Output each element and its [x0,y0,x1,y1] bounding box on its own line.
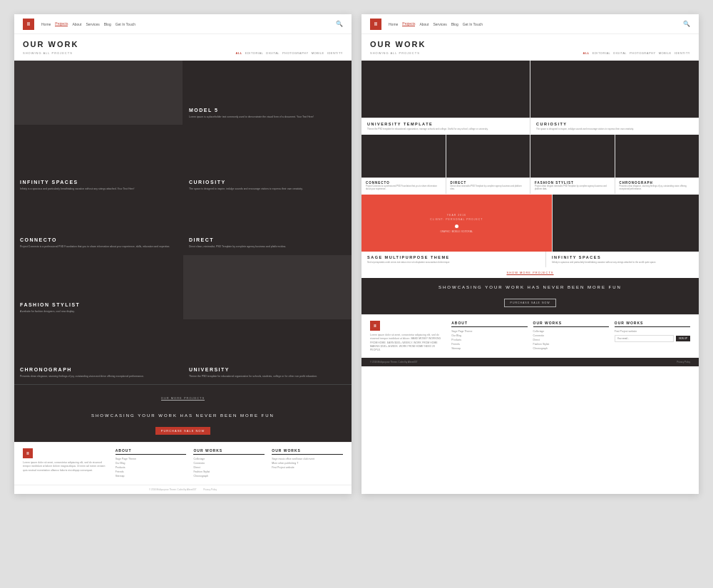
project-cell-connecto[interactable]: CONNECTO Project Connecto is a professio… [14,197,183,254]
right-footer-about-item-4[interactable]: Friends [451,343,527,346]
right-featured-img-1[interactable] [361,61,530,118]
right-bottom-featured: YEAR 2016 CLIENT: PERSONAL PROJECT GRAPH… [361,195,699,252]
right-filter-identity[interactable]: IDENTITY [674,51,690,55]
left-filter-digital[interactable]: DIGITAL [266,51,279,55]
project-cell-image-1[interactable] [14,61,183,125]
right-sage-title: SAGE MULTIPURPOSE THEME [367,255,540,259]
right-newsletter-input[interactable] [615,335,674,342]
right-chronograph-img[interactable] [615,135,699,177]
left-filter-mobile[interactable]: MOBILE [312,51,324,55]
left-footer-works1-item-3[interactable]: Direct [193,466,265,469]
right-footer-about-item-2[interactable]: Our Blog [451,334,527,337]
right-filter-mobile[interactable]: MOBILE [659,51,672,55]
left-footer-works2: OUR WORKS Sage music office and base clu… [272,448,343,479]
left-footer-about-item-3[interactable]: Products [116,466,187,469]
right-newsletter-btn[interactable]: SIGN UP [676,336,690,341]
left-filter-all[interactable]: ALL [236,51,242,55]
project-cell-image-2[interactable] [183,255,352,319]
right-cta: SHOWCASING YOUR WORK HAS NEVER BEEN MORE… [361,278,699,314]
right-connecto-info: CONNECTO Project Connecto is a professio… [361,178,446,194]
right-nav-link-services[interactable]: Services [433,22,446,26]
left-footer-works1-item-5[interactable]: Chronograph [193,475,265,478]
right-filter-photography[interactable]: PHOTOGRAPHY [630,51,656,55]
left-page-title: OUR WORK [23,40,343,48]
right-fashion-img[interactable] [530,135,615,177]
left-footer-brand: II Lorem ipsum dolor sit amet, consectet… [23,448,108,479]
right-nav-link-blog[interactable]: Blog [451,22,458,26]
model5-title: MODEL 5 [189,108,346,113]
nav-link-projects[interactable]: Projects [55,21,68,26]
right-featured-info-2: CURIOSITY The space is designed to inspi… [530,118,699,134]
left-footer-about-item-1[interactable]: Sage Page Theme [116,458,187,460]
left-filter-photography[interactable]: PHOTOGRAPHY [282,51,309,55]
left-search-icon[interactable]: 🔍 [336,21,343,27]
left-privacy[interactable]: Privacy Policy [203,488,217,491]
right-footer-about-item-1[interactable]: Sage Page Theme [451,330,527,333]
right-infinity-title: INFINITY SPACES [552,255,693,259]
left-cta: SHOWCASING YOUR WORK HAS NEVER BEEN MORE… [14,406,352,442]
project-cell-chronograph[interactable]: CHRONOGRAPH Presents clean elegance, stu… [14,320,183,384]
right-footer-works1-item-2[interactable]: Connectio [533,334,609,337]
right-footer-works1-item-3[interactable]: Direct [533,339,609,341]
right-featured-img-2[interactable] [530,61,699,118]
right-footer-works1-item-1[interactable]: Colloriage [533,330,609,333]
nav-link-services[interactable]: Services [86,22,99,26]
project-cell-university[interactable]: UNIVERSITY Theme the PSD template for ed… [183,320,352,384]
left-cta-button[interactable]: PURCHASE SALE NOW [155,427,210,435]
project-cell-fashion[interactable]: FASHION STYLIST A website for fashion de… [14,255,183,319]
right-page-title: OUR WORK [370,40,690,48]
right-nav-logo[interactable]: II [370,19,381,30]
nav-link-blog[interactable]: Blog [104,22,111,26]
left-show-more[interactable]: OUR MORE PROJECTS [161,396,205,401]
right-red-cell[interactable]: YEAR 2016 CLIENT: PERSONAL PROJECT GRAPH… [361,195,552,252]
right-filter-all[interactable]: ALL [583,51,590,55]
right-footer-about: ABOUT Sage Page Theme Our Blog Products … [451,321,527,352]
left-filter-editorial[interactable]: EDITORIAL [245,51,264,55]
right-nav-link-home[interactable]: Home [389,22,398,26]
left-footer-works1-item-1[interactable]: Colloriage [193,458,265,460]
nav-link-about[interactable]: About [72,22,81,26]
right-nav-link-about[interactable]: About [419,22,429,26]
left-footer-about: ABOUT Sage Page Theme Our Blog Products … [116,448,187,479]
right-footer-works1-item-4[interactable]: Fashion Stylist [533,343,609,346]
project-cell-direct[interactable]: DIRECT Direct clean, minimalist, PSD Tem… [183,197,352,254]
left-projects-grid: MODEL 5 Lorem ipsum is a placeholder tex… [14,61,352,384]
right-infinity-img[interactable] [553,195,699,252]
right-mid-info: CONNECTO Project Connecto is a professio… [361,178,699,194]
right-search-icon[interactable]: 🔍 [683,21,690,27]
left-footer-works1-item-4[interactable]: Fashion Stylist [193,470,265,473]
right-footer-about-item-5[interactable]: Sitemap [451,347,527,350]
fashion-desc: A website for fashion designers, cool ne… [20,310,177,314]
nav-link-home[interactable]: Home [41,22,51,26]
right-red-tags: GRAPHIC / MOBILE / EDITORIAL [441,230,473,233]
right-privacy[interactable]: Privacy Policy [677,361,690,363]
left-footer-brand-text: Lorem ipsum dolor sit amet, consectetur … [23,461,108,473]
right-red-client: CLIENT: PERSONAL PROJECT [430,218,483,221]
right-filter-digital[interactable]: DIGITAL [613,51,627,55]
right-footer-about-item-3[interactable]: Products [451,339,527,341]
right-nav-link-contact[interactable]: Get In Touch [463,22,483,26]
left-footer: II Lorem ipsum dolor sit amet, consectet… [14,442,352,485]
right-connecto-img[interactable] [361,135,446,177]
left-footer-works1-title: OUR WORKS [193,448,265,455]
left-showing-label: SHOWING ALL PROJECTS [23,51,73,55]
left-footer-about-item-5[interactable]: Sitemap [116,475,187,478]
nav-link-contact[interactable]: Get In Touch [116,22,135,26]
right-direct-img[interactable] [446,135,530,177]
right-footer-works1-item-5[interactable]: Chronograph [533,347,609,350]
left-filter-identity[interactable]: IDENTITY [327,51,343,55]
project-cell-curiosity[interactable]: CURIOSITY The space is designed to inspi… [183,125,352,197]
right-nav-link-projects[interactable]: Projects [402,21,415,26]
right-filter-editorial[interactable]: EDITORIAL [593,51,611,55]
right-featured-info-1: UNIVERSITY TEMPLATE Theme the PSD templa… [361,118,530,134]
curiosity-desc: The space is designed to inspire, indulg… [189,187,346,191]
project-cell-model5[interactable]: MODEL 5 Lorem ipsum is a placeholder tex… [183,61,352,125]
project-cell-infinity[interactable]: INFINITY SPACES Infinity is a spacious a… [14,125,183,197]
left-footer-about-item-2[interactable]: Our Blog [116,462,187,465]
right-footer-about-title: ABOUT [451,321,527,327]
right-cta-button[interactable]: PURCHASE SALE NOW [504,299,557,307]
right-show-more[interactable]: SHOW MORE PROJECTS [361,267,699,278]
left-footer-works1-item-2[interactable]: Connectio [193,462,265,465]
left-nav-logo[interactable]: II [23,19,34,30]
left-footer-about-item-4[interactable]: Friends [116,470,187,473]
